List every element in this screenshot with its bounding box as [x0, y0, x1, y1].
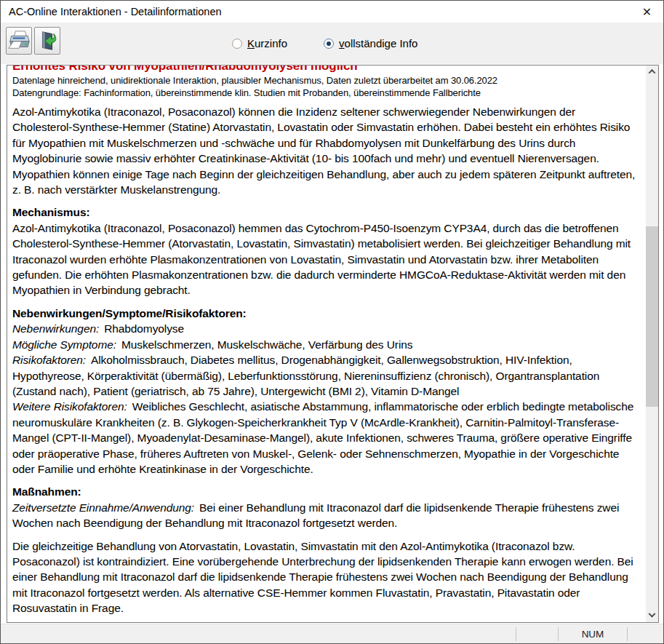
num-lock-indicator: NUM: [559, 624, 627, 644]
chevron-down-icon: [649, 611, 656, 618]
risk-heading: Erhöhtes Risiko von Myopathien/Rhabdomyo…: [12, 65, 638, 74]
exit-door-icon: [36, 30, 58, 52]
section-measures: Maßnahmen: Zeitversetzte Einnahme/Anwend…: [12, 484, 638, 530]
statusbar-divider: [627, 627, 628, 641]
radio-vollstaendige-info-label: vollständige Info: [339, 37, 417, 49]
measures-paragraph-2: Die gleichzeitige Behandlung von Atorvas…: [12, 538, 638, 616]
detail-info-panel: Erhöhtes Risiko von Myopathien/Rhabdomyo…: [7, 65, 659, 623]
status-bar: NUM: [1, 624, 663, 643]
radio-unselected-icon: [232, 39, 242, 49]
statusbar-divider: [516, 627, 516, 641]
exit-button[interactable]: [34, 27, 60, 55]
vertical-scrollbar[interactable]: [646, 65, 658, 622]
radio-vollstaendige-info[interactable]: vollständige Info: [324, 37, 417, 49]
data-source-line: Datengrundlage: Fachinformation, überein…: [12, 87, 638, 99]
info-mode-radio-group: Kurzinfo vollständige Info: [232, 23, 454, 64]
section-text: Azol-Antimykotika (Itraconazol, Posacona…: [12, 220, 638, 298]
radio-kurzinfo[interactable]: Kurzinfo: [232, 37, 287, 49]
detail-text: Erhöhtes Risiko von Myopathien/Rhabdomyo…: [8, 65, 645, 622]
section-title: Mechanismus:: [12, 204, 638, 220]
section-title: Nebenwirkungen/Symptome/Risikofaktoren:: [12, 306, 638, 321]
data-status-line: Datenlage hinreichend, unidirektionale I…: [12, 74, 638, 87]
risk-factors-line: Risikofaktoren:Alkoholmissbrauch, Diabet…: [12, 352, 638, 399]
section-side-effects: Nebenwirkungen/Symptome/Risikofaktoren: …: [12, 306, 638, 477]
window-title: AC-Online Interaktionen - Detailinformat…: [1, 6, 222, 17]
title-bar: AC-Online Interaktionen - Detailinformat…: [1, 1, 663, 23]
close-button[interactable]: ✕: [631, 1, 663, 23]
symptoms-line: Mögliche Symptome:Muskelschmerzen, Muske…: [12, 337, 638, 352]
dialog-window: AC-Online Interaktionen - Detailinformat…: [0, 0, 664, 644]
further-risk-factors-line: Weitere Risikofaktoren:Weibliches Geschl…: [12, 399, 638, 477]
toolbar: Kurzinfo vollständige Info: [1, 23, 663, 64]
radio-selected-icon: [324, 39, 334, 49]
side-effects-line: Nebenwirkungen:Rhabdomyolyse: [12, 321, 638, 336]
scrollbar-thumb[interactable]: [646, 226, 658, 407]
section-title: Maßnahmen:: [12, 484, 638, 499]
detail-text-viewport: Erhöhtes Risiko von Myopathien/Rhabdomyo…: [8, 65, 645, 622]
print-button[interactable]: [6, 27, 32, 55]
section-mechanism: Mechanismus: Azol-Antimykotika (Itracona…: [12, 204, 638, 298]
scroll-up-button[interactable]: [646, 65, 658, 78]
printer-icon: [8, 30, 30, 52]
staggered-intake-line: Zeitversetzte Einnahme/Anwendung:Bei ein…: [12, 500, 638, 531]
scroll-down-button[interactable]: [646, 610, 658, 622]
intro-paragraph: Azol-Antimykotika (Itraconazol, Posacona…: [12, 104, 638, 197]
chevron-up-icon: [649, 69, 656, 76]
radio-kurzinfo-label: Kurzinfo: [247, 37, 287, 49]
